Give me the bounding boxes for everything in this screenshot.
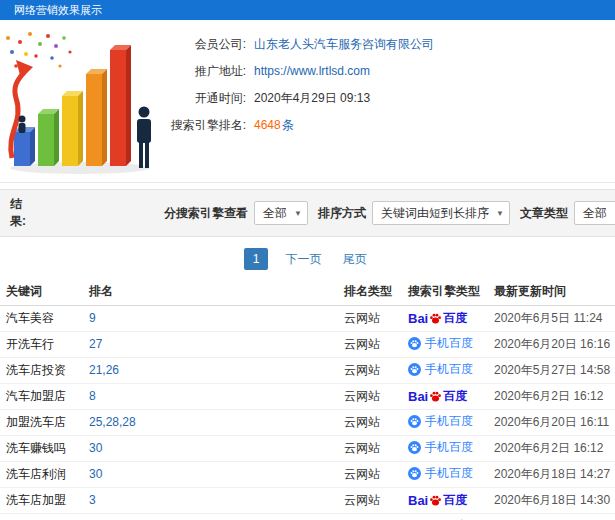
rank-link[interactable]: 25,28,28 <box>89 415 136 429</box>
paw-icon <box>429 390 442 403</box>
paw-icon <box>429 312 442 325</box>
filter-controls: 分搜索引擎查看 全部 ▼ 排序方式 关键词由短到长排序 ▼ 文章类型 全部 ▼ … <box>164 200 615 226</box>
mobile-baidu-logo: 手机百度 <box>408 413 473 430</box>
engine-cell: Bai百度 <box>404 513 490 520</box>
mobile-baidu-icon <box>408 337 421 350</box>
rank-cell: 30 <box>85 435 340 461</box>
rank-count-unit: 条 <box>282 118 294 132</box>
header-rank: 排名 <box>85 279 340 305</box>
engine-select-value: 全部 <box>263 206 287 220</box>
mobile-baidu-logo: 手机百度 <box>408 439 473 456</box>
header-keyword: 关键词 <box>0 279 85 305</box>
rank-link[interactable]: 21,26 <box>89 363 119 377</box>
rank-cell: 8 <box>85 383 340 409</box>
engine-cell: Bai百度 <box>404 305 490 331</box>
engine-cell: 手机百度 <box>404 409 490 435</box>
rank-type-cell: 云网站 <box>340 409 404 435</box>
rank-cell: 30 <box>85 461 340 487</box>
sort-label: 排序方式 <box>318 205 366 222</box>
rank-type-cell: 云网站 <box>340 331 404 357</box>
filter-bar: 结果: 分搜索引擎查看 全部 ▼ 排序方式 关键词由短到长排序 ▼ 文章类型 全… <box>0 189 615 237</box>
sort-select[interactable]: 关键词由短到长排序 ▼ <box>372 201 510 225</box>
table-row: Bai百度 <box>0 513 615 520</box>
engine-select[interactable]: 全部 ▼ <box>254 201 308 225</box>
rank-cell: 21,26 <box>85 357 340 383</box>
mobile-baidu-icon <box>408 441 421 454</box>
rank-cell: 9 <box>85 305 340 331</box>
header-rank-type: 排名类型 <box>340 279 404 305</box>
rank-link[interactable]: 9 <box>89 311 96 325</box>
rank-cell: 3 <box>85 487 340 513</box>
info-row-rank-count: 搜索引擎排名: 4648条 <box>162 117 615 133</box>
ranking-table: 关键词 排名 排名类型 搜索引擎类型 最新更新时间 汽车美容9云网站Bai百度2… <box>0 279 615 520</box>
rank-type-cell <box>340 513 404 520</box>
rank-link[interactable]: 30 <box>89 467 102 481</box>
chevron-down-icon: ▼ <box>496 202 504 226</box>
keyword-cell <box>0 513 85 520</box>
update-time-cell: 2020年5月27日 14:58 <box>490 357 615 383</box>
rank-type-cell: 云网站 <box>340 461 404 487</box>
update-time-cell: 2020年6月5日 11:24 <box>490 305 615 331</box>
table-row: 汽车美容9云网站Bai百度2020年6月5日 11:24 <box>0 305 615 331</box>
sort-select-value: 关键词由短到长排序 <box>381 206 489 220</box>
keyword-cell: 加盟洗车店 <box>0 409 85 435</box>
table-row: 加盟洗车店25,28,28云网站手机百度2020年6月20日 16:11 <box>0 409 615 435</box>
promo-url-link[interactable]: https://www.lrtlsd.com <box>254 64 370 78</box>
update-time-cell <box>490 513 615 520</box>
page-title: 网络营销效果展示 <box>14 4 102 16</box>
rank-count-value: 4648 <box>254 118 281 132</box>
rank-link[interactable]: 8 <box>89 389 96 403</box>
article-type-label: 文章类型 <box>520 205 568 222</box>
mobile-baidu-icon <box>408 363 421 376</box>
keyword-cell: 洗车店利润 <box>0 461 85 487</box>
table-row: 洗车店利润30云网站手机百度2020年6月18日 14:27 <box>0 461 615 487</box>
table-row: 洗车店加盟3云网站Bai百度2020年6月18日 14:30 <box>0 487 615 513</box>
keyword-cell: 洗车赚钱吗 <box>0 435 85 461</box>
article-type-select[interactable]: 全部 ▼ <box>574 201 615 225</box>
table-row: 洗车赚钱吗30云网站手机百度2020年6月2日 16:12 <box>0 435 615 461</box>
rank-cell: 27 <box>85 331 340 357</box>
table-body: 汽车美容9云网站Bai百度2020年6月5日 11:24开洗车行27云网站手机百… <box>0 305 615 520</box>
rank-link[interactable]: 30 <box>89 441 102 455</box>
baidu-logo: Bai百度 <box>408 388 467 405</box>
mobile-baidu-logo: 手机百度 <box>408 361 473 378</box>
engine-cell: Bai百度 <box>404 383 490 409</box>
company-link[interactable]: 山东老人头汽车服务咨询有限公司 <box>254 37 434 51</box>
engine-filter-label: 分搜索引擎查看 <box>164 205 248 222</box>
rank-link[interactable]: 27 <box>89 337 102 351</box>
title-bar: 网络营销效果展示 <box>0 0 615 20</box>
pagination: 1 下一页 尾页 <box>0 237 615 279</box>
keyword-cell: 开洗车行 <box>0 331 85 357</box>
rank-type-cell: 云网站 <box>340 435 404 461</box>
promo-url-label: 推广地址: <box>162 63 246 79</box>
last-page-link[interactable]: 尾页 <box>339 248 371 270</box>
rank-cell <box>85 513 340 520</box>
mobile-baidu-logo: 手机百度 <box>408 335 473 352</box>
result-label: 结果: <box>10 196 26 230</box>
update-time-cell: 2020年6月18日 14:27 <box>490 461 615 487</box>
paw-icon <box>429 494 442 507</box>
info-row-company: 会员公司: 山东老人头汽车服务咨询有限公司 <box>162 36 615 52</box>
chevron-down-icon: ▼ <box>294 202 302 226</box>
table-row: 开洗车行27云网站手机百度2020年6月20日 16:16 <box>0 331 615 357</box>
keyword-cell: 洗车店投资 <box>0 357 85 383</box>
table-header-row: 关键词 排名 排名类型 搜索引擎类型 最新更新时间 <box>0 279 615 305</box>
mobile-baidu-icon <box>408 415 421 428</box>
rank-link[interactable]: 3 <box>89 493 96 507</box>
page-current[interactable]: 1 <box>244 248 268 270</box>
next-page-link[interactable]: 下一页 <box>282 248 326 270</box>
keyword-cell: 洗车店加盟 <box>0 487 85 513</box>
header-update-time: 最新更新时间 <box>490 279 615 305</box>
baidu-logo: Bai百度 <box>408 492 467 509</box>
open-time-value: 2020年4月29日 09:13 <box>254 90 370 106</box>
info-row-open-time: 开通时间: 2020年4月29日 09:13 <box>162 90 615 106</box>
header-engine-type: 搜索引擎类型 <box>404 279 490 305</box>
engine-cell: 手机百度 <box>404 461 490 487</box>
update-time-cell: 2020年6月18日 14:30 <box>490 487 615 513</box>
info-row-url: 推广地址: https://www.lrtlsd.com <box>162 63 615 79</box>
engine-cell: Bai百度 <box>404 487 490 513</box>
engine-cell: 手机百度 <box>404 357 490 383</box>
table-row: 汽车加盟店8云网站Bai百度2020年6月2日 16:12 <box>0 383 615 409</box>
bar-chart-illustration <box>0 20 162 182</box>
keyword-cell: 汽车加盟店 <box>0 383 85 409</box>
